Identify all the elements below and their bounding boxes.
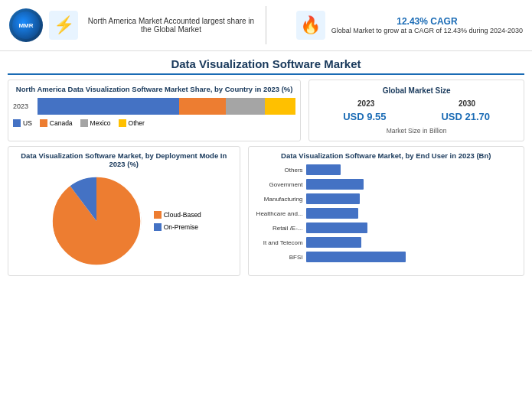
bar-chart-section: North America Data Visualization Softwar… [8, 80, 301, 141]
legend-canada-color [40, 119, 47, 127]
bar-legend: US Canada Mexico Other [13, 119, 295, 127]
legend-onpremise-color [154, 223, 162, 231]
bar-container [38, 98, 295, 115]
market-years: 2023 2030 [315, 99, 517, 108]
value-2023: USD 9.55 [343, 111, 386, 122]
end-user-section: Data Visualization Software Market, by E… [248, 146, 524, 276]
cagr-box: 12.43% CAGR Global Market to grow at a C… [331, 16, 523, 34]
eu-label-manufacturing: Manufacturing [253, 196, 303, 203]
lightning-icon: ⚡ [54, 15, 74, 35]
eu-label-government: Government [253, 181, 303, 188]
bar-row-label: 2023 [13, 102, 38, 110]
eu-bar-telecom [306, 237, 361, 248]
legend-other: Other [119, 119, 145, 127]
eu-bar-government [306, 179, 364, 190]
end-user-row-healthcare: Healthcare and... [253, 208, 519, 219]
eu-label-others: Others [253, 167, 303, 174]
year-2023-label: 2023 [357, 99, 374, 108]
logo: MMR [9, 8, 43, 42]
end-user-row-retail: Retail /E-... [253, 222, 519, 233]
end-user-row-telecom: It and Telecom [253, 237, 519, 248]
market-values: USD 9.55 USD 21.70 [315, 111, 517, 122]
legend-us-color [13, 119, 21, 127]
legend-mexico-color [80, 119, 88, 127]
legend-us-label: US [23, 119, 32, 127]
end-user-title: Data Visualization Software Market, by E… [253, 151, 519, 160]
legend-onpremise-label: On-Premise [164, 223, 198, 231]
fire-icon: 🔥 [300, 15, 321, 35]
legend-cloud-color [154, 211, 162, 219]
eu-label-telecom: It and Telecom [253, 239, 303, 246]
pie-section: Data Visualization Software Market, by D… [8, 146, 240, 276]
bar-chart-title: North America Data Visualization Softwar… [13, 85, 295, 93]
pie-title: Data Visualization Software Market, by D… [13, 151, 235, 168]
legend-cloud: Cloud-Based [154, 211, 201, 219]
legend-other-label: Other [129, 119, 145, 127]
legend-mexico: Mexico [80, 119, 111, 127]
eu-bar-healthcare [306, 208, 358, 219]
banner-divider [266, 6, 266, 44]
market-size-section: Global Market Size 2023 2030 USD 9.55 US… [308, 80, 524, 141]
bar-canada [179, 98, 226, 115]
banner-left: MMR ⚡ North America Market Accounted lar… [9, 8, 258, 42]
banner-right: 🔥 12.43% CAGR Global Market to grow at a… [274, 11, 523, 40]
main-title: Data Visualization Software Market [8, 51, 524, 75]
bar-us [38, 98, 179, 115]
eu-label-healthcare: Healthcare and... [253, 210, 303, 217]
right-icon: 🔥 [296, 11, 325, 40]
market-size-title: Global Market Size [315, 86, 517, 95]
legend-onpremise: On-Premise [154, 223, 201, 231]
eu-bar-manufacturing [306, 193, 360, 204]
eu-bar-retail [306, 222, 367, 233]
end-user-row-others: Others [253, 164, 519, 175]
cagr-text: Global Market to grow at a CAGR of 12.43… [331, 27, 523, 34]
market-note: Market Size in Billion [315, 127, 517, 135]
bar-mexico [226, 98, 265, 115]
banner-left-text: North America Market Accounted largest s… [84, 17, 258, 34]
year-2030-label: 2030 [459, 99, 475, 108]
legend-canada-label: Canada [50, 119, 73, 127]
bottom-section: Data Visualization Software Market, by D… [0, 143, 532, 281]
legend-mexico-label: Mexico [90, 119, 111, 127]
value-2030: USD 21.70 [441, 111, 490, 122]
legend-cloud-label: Cloud-Based [164, 211, 201, 219]
cagr-title: 12.43% CAGR [331, 16, 523, 27]
eu-label-bfsi: BFSI [253, 254, 303, 261]
legend-canada: Canada [40, 119, 73, 127]
eu-label-retail: Retail /E-... [253, 225, 303, 232]
pie-svg [47, 171, 146, 271]
pie-legend: Cloud-Based On-Premise [154, 211, 201, 231]
legend-other-color [119, 119, 126, 127]
top-banner: MMR ⚡ North America Market Accounted lar… [0, 0, 532, 51]
bar-other [265, 98, 295, 115]
left-icon: ⚡ [49, 11, 78, 40]
eu-bar-bfsi [306, 252, 406, 262]
end-user-row-manufacturing: Manufacturing [253, 193, 519, 204]
top-section: North America Data Visualization Softwar… [0, 75, 532, 143]
pie-container: Cloud-Based On-Premise [13, 171, 235, 271]
legend-us: US [13, 119, 32, 127]
bar-row-2023: 2023 [13, 98, 295, 115]
end-user-row-government: Government [253, 179, 519, 190]
end-user-row-bfsi: BFSI [253, 252, 519, 262]
eu-bar-others [306, 164, 341, 175]
